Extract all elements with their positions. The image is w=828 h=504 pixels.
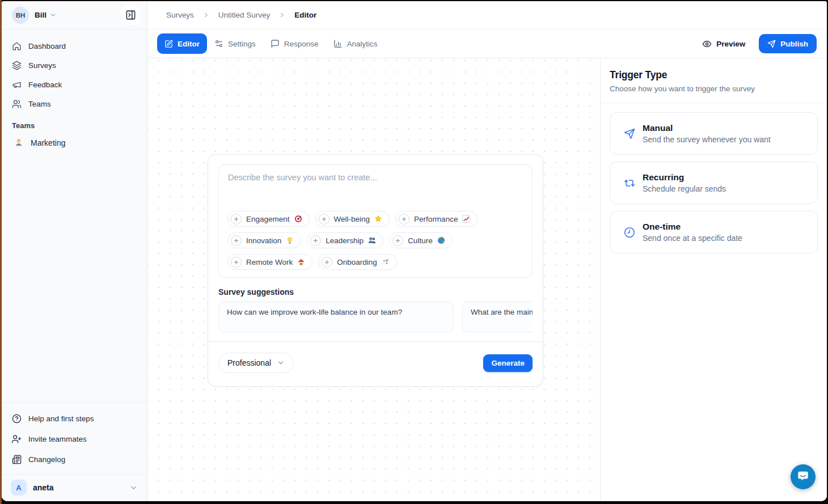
- chip-label: Onboarding: [337, 258, 377, 266]
- breadcrumb-untitled-survey[interactable]: Untitled Survey: [218, 11, 271, 19]
- tone-select[interactable]: Professional: [218, 353, 294, 373]
- trigger-type-panel: Trigger Type Choose how you want to trig…: [600, 58, 827, 501]
- tab-label: Editor: [178, 40, 200, 48]
- plus-icon: [399, 214, 409, 225]
- chart-increasing-emoji-icon: [462, 215, 470, 223]
- layers-icon: [12, 61, 22, 70]
- technologist-emoji-icon: [14, 138, 23, 149]
- tone-value: Professional: [227, 358, 271, 367]
- sidebar-item-changelog[interactable]: Changelog: [6, 449, 142, 469]
- light-bulb-emoji-icon: [286, 236, 294, 244]
- tab-analytics[interactable]: Analytics: [326, 33, 385, 54]
- editor-canvas: Engagement Well-being Performance: [147, 58, 600, 501]
- sidebar-item-teams[interactable]: Teams: [6, 94, 142, 113]
- busts-emoji-icon: [368, 236, 376, 244]
- chat-launcher-button[interactable]: [791, 464, 816, 489]
- suggestion-card[interactable]: How can we improve work-life balance in …: [218, 302, 454, 332]
- trigger-option-title: Manual: [643, 123, 771, 133]
- sidebar-item-feedback[interactable]: Feedback: [6, 75, 142, 94]
- preview-label: Preview: [716, 40, 745, 48]
- team-label: Marketing: [31, 138, 65, 147]
- sidebar-item-label: Dashboard: [28, 42, 66, 50]
- publish-label: Publish: [780, 40, 808, 48]
- chip-label: Remote Work: [246, 258, 293, 266]
- sidebar-item-surveys[interactable]: Surveys: [6, 56, 142, 75]
- trigger-option-manual[interactable]: Manual Send the survey whenever you want: [610, 112, 818, 155]
- sidebar: BH Bill Dashboard Surv: [2, 1, 147, 501]
- suggestion-card[interactable]: What are the main ob: [462, 302, 533, 332]
- chip-well-being[interactable]: Well-being: [315, 211, 390, 227]
- sidebar-item-marketing[interactable]: Marketing: [6, 132, 142, 154]
- sidebar-section-teams: Teams: [6, 113, 142, 132]
- toolbar-actions: Preview Publish: [696, 34, 817, 53]
- footer-item-label: Help and first steps: [28, 414, 94, 423]
- chip-engagement[interactable]: Engagement: [227, 211, 310, 227]
- app-window: BH Bill Dashboard Surv: [2, 1, 827, 501]
- sidebar-item-invite[interactable]: Invite teammates: [6, 429, 142, 449]
- chip-remote-work[interactable]: Remote Work: [227, 254, 312, 270]
- newspaper-icon: [12, 455, 22, 464]
- chevron-down-icon: [129, 484, 138, 492]
- publish-button[interactable]: Publish: [759, 34, 817, 53]
- tab-response[interactable]: Response: [263, 33, 326, 54]
- trigger-option-title: Recurring: [643, 172, 726, 183]
- trigger-option-texts: One-time Send once at a specific date: [643, 222, 742, 243]
- survey-prompt-input[interactable]: [219, 165, 532, 211]
- trigger-option-description: Send the survey whenever you want: [643, 135, 771, 144]
- generate-button[interactable]: Generate: [483, 354, 533, 372]
- sidebar-toggle-button[interactable]: [121, 6, 140, 25]
- workspace-name: Bill: [35, 11, 47, 19]
- chevron-right-icon: [202, 11, 210, 19]
- sidebar-item-label: Teams: [28, 100, 51, 108]
- breadcrumb-surveys[interactable]: Surveys: [166, 11, 194, 19]
- chip-culture[interactable]: Culture: [389, 232, 453, 248]
- trigger-panel-header: Trigger Type Choose how you want to trig…: [601, 58, 827, 103]
- chip-onboarding[interactable]: Onboarding: [318, 254, 397, 270]
- topic-chips: Engagement Well-being Performance: [219, 211, 532, 277]
- dart-emoji-icon: [294, 215, 302, 223]
- trigger-option-recurring[interactable]: Recurring Schedule regular sends: [610, 162, 818, 204]
- chip-label: Well-being: [334, 215, 370, 223]
- trigger-option-one-time[interactable]: One-time Send once at a specific date: [610, 211, 818, 253]
- footer-item-label: Changelog: [28, 455, 65, 464]
- house-emoji-icon: [297, 258, 305, 266]
- rocket-emoji-icon: [382, 258, 390, 266]
- clock-icon: [624, 227, 635, 238]
- trigger-option-description: Schedule regular sends: [643, 184, 726, 193]
- home-icon: [12, 41, 22, 51]
- plus-icon: [319, 214, 329, 225]
- eye-icon: [702, 39, 712, 49]
- tab-settings[interactable]: Settings: [207, 33, 263, 54]
- chip-innovation[interactable]: Innovation: [227, 232, 301, 248]
- send-icon: [624, 128, 635, 139]
- sidebar-item-label: Surveys: [28, 61, 56, 70]
- plus-icon: [322, 257, 332, 268]
- breadcrumb-editor: Editor: [294, 11, 316, 19]
- tab-label: Analytics: [347, 40, 378, 48]
- sidebar-item-help[interactable]: Help and first steps: [6, 408, 142, 429]
- users-icon: [12, 99, 22, 109]
- trigger-option-title: One-time: [643, 222, 742, 232]
- preview-button[interactable]: Preview: [696, 34, 751, 53]
- chip-leadership[interactable]: Leadership: [307, 232, 383, 248]
- tab-editor[interactable]: Editor: [157, 33, 207, 54]
- send-icon: [767, 40, 776, 48]
- survey-prompt-box: Engagement Well-being Performance: [218, 164, 533, 278]
- chart-column-icon: [333, 39, 343, 48]
- suggestions-title: Survey suggestions: [218, 287, 533, 297]
- chevron-right-icon: [278, 11, 286, 19]
- account-menu[interactable]: A aneta: [2, 474, 147, 501]
- sidebar-nav: Dashboard Surveys Feedback Teams: [2, 29, 147, 154]
- sidebar-item-dashboard[interactable]: Dashboard: [6, 36, 142, 56]
- trigger-option-texts: Manual Send the survey whenever you want: [643, 123, 771, 144]
- survey-composer-card: Engagement Well-being Performance: [208, 154, 543, 387]
- footer-item-label: Invite teammates: [28, 435, 87, 443]
- panel-title: Trigger Type: [610, 69, 818, 81]
- composer-footer: Professional Generate: [208, 341, 543, 376]
- help-circle-icon: [12, 414, 22, 423]
- chip-performance[interactable]: Performance: [395, 211, 478, 227]
- workspace-switcher[interactable]: BH Bill: [2, 1, 147, 29]
- trigger-option-texts: Recurring Schedule regular sends: [643, 172, 726, 193]
- glowing-star-emoji-icon: [374, 215, 382, 223]
- plus-icon: [310, 235, 321, 246]
